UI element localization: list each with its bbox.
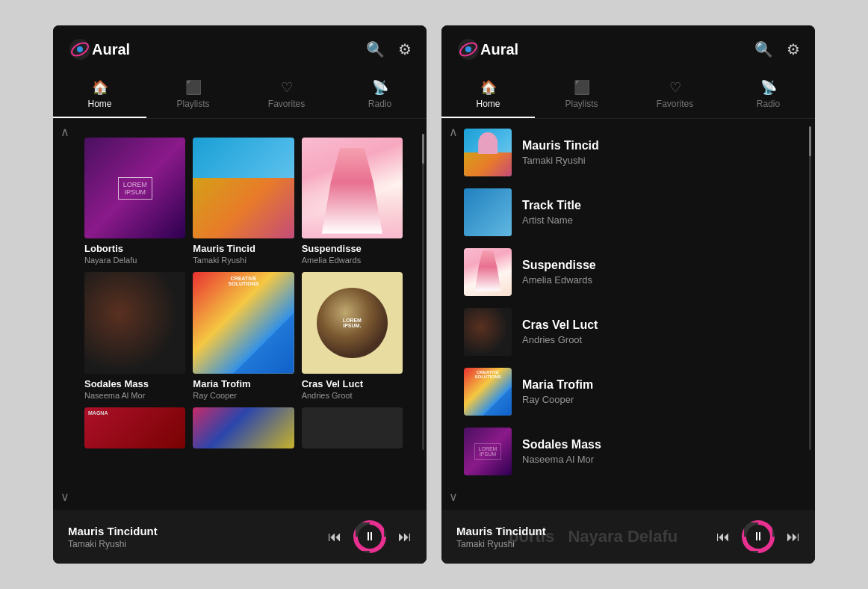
tab-radio-label-left: Radio: [368, 99, 391, 109]
player-controls-right: ⏮ ⏸ ⏭: [716, 520, 800, 553]
list-item-2[interactable]: Track Title Artist Name: [441, 182, 815, 242]
scroll-down-btn-right[interactable]: ∨: [449, 490, 458, 504]
search-icon-left[interactable]: 🔍: [366, 40, 385, 58]
grid-title-6: Cras Vel Luct: [302, 378, 403, 389]
grid-item-3[interactable]: Suspendisse Amelia Edwards: [302, 138, 403, 265]
header-icons-left: 🔍 ⚙: [366, 40, 412, 58]
list-item-4[interactable]: Cras Vel Luct Andries Groot: [441, 302, 815, 362]
grid-item-6[interactable]: LOREMIPSUM. Cras Vel Luct Andries Groot: [302, 272, 403, 399]
svg-point-5: [465, 46, 471, 52]
player-controls-left: ⏮ ⏸ ⏭: [328, 520, 412, 553]
tab-home-left[interactable]: 🏠 Home: [53, 73, 146, 118]
grid-item-9[interactable]: [302, 407, 403, 448]
thumb-partial-3: [302, 407, 403, 448]
grid-artist-4: Naseema Al Mor: [84, 391, 185, 400]
list-item-title-1: Mauris Tincid: [522, 139, 806, 152]
next-btn-right[interactable]: ⏭: [787, 529, 800, 545]
grid-item-8[interactable]: [193, 407, 294, 448]
tab-playlists-label-left: Playlists: [176, 99, 209, 109]
prev-btn-left[interactable]: ⏮: [328, 529, 341, 545]
thumb-partial-1: MAGNA: [84, 407, 185, 448]
list-item-6[interactable]: LOREMIPSUM Sodales Mass Naseema Al Mor: [441, 422, 815, 481]
tab-home-label-left: Home: [87, 99, 111, 109]
list-item-info-1: Mauris Tincid Tamaki Ryushi: [522, 139, 806, 166]
grid-partial-row: MAGNA: [84, 407, 403, 448]
list-item-info-2: Track Title Artist Name: [522, 199, 806, 226]
tab-favorites-right[interactable]: ♡ Favorites: [628, 73, 722, 118]
grid-item-7[interactable]: MAGNA: [84, 407, 185, 448]
scroll-up-btn-right[interactable]: ∧: [449, 125, 458, 139]
list-item-artist-5: Ray Cooper: [522, 394, 806, 405]
home-icon-left: 🏠: [92, 79, 108, 96]
list-item-artist-2: Artist Name: [522, 215, 806, 226]
grid-title-2: Mauris Tincid: [193, 243, 294, 254]
home-icon-right: 🏠: [480, 79, 497, 96]
grid-content-area: ∧ Lobortis Nayara Delafu Mauris Tincid T…: [53, 119, 427, 510]
grid-artist-6: Andries Groot: [302, 391, 403, 400]
list-item-info-5: Maria Trofim Ray Cooper: [522, 378, 806, 405]
grid-artist-5: Ray Cooper: [193, 391, 294, 400]
list-item-title-3: Suspendisse: [522, 259, 806, 272]
app-logo-right: [456, 37, 480, 61]
grid-title-3: Suspendisse: [302, 243, 403, 254]
thumb-partial-2: [193, 407, 294, 448]
radio-icon-left: 📡: [372, 79, 388, 96]
app-header-left: Aural 🔍 ⚙: [53, 25, 427, 73]
scroll-up-btn-left[interactable]: ∧: [61, 125, 69, 139]
list-item-title-2: Track Title: [522, 199, 806, 212]
list-thumb-4: [464, 308, 512, 356]
play-pause-btn-right[interactable]: ⏸: [742, 520, 775, 553]
list-item-3[interactable]: Suspendisse Amelia Edwards: [441, 242, 815, 302]
player-bar-right: bortis Nayara Delafu Mauris Tincidunt Ta…: [441, 510, 815, 564]
settings-icon-left[interactable]: ⚙: [398, 40, 412, 58]
tab-home-label-right: Home: [476, 99, 500, 109]
list-item-1[interactable]: Mauris Tincid Tamaki Ryushi: [441, 123, 815, 182]
list-item-artist-1: Tamaki Ryushi: [522, 155, 806, 166]
grid-title-1: Lobortis: [84, 243, 185, 254]
scroll-down-btn-left[interactable]: ∨: [61, 490, 69, 504]
list-item-info-3: Suspendisse Amelia Edwards: [522, 259, 806, 286]
grid-artist-2: Tamaki Ryushi: [193, 256, 294, 265]
nav-tabs-right: 🏠 Home ⬛ Playlists ♡ Favorites 📡 Radio: [441, 73, 815, 119]
app-logo-left: [68, 37, 92, 61]
thumb-mauris: [193, 138, 294, 238]
search-icon-right[interactable]: 🔍: [754, 40, 773, 58]
playlists-icon-right: ⬛: [574, 79, 590, 96]
thumb-lobortis: [84, 138, 185, 238]
svg-point-2: [77, 46, 83, 52]
grid-item-2[interactable]: Mauris Tincid Tamaki Ryushi: [193, 138, 294, 265]
grid-item-5[interactable]: CREATIVESOLUTIONS Maria Trofim Ray Coope…: [193, 272, 294, 399]
app-title-left: Aural: [92, 41, 366, 58]
playlists-icon-left: ⬛: [185, 79, 202, 96]
tab-favorites-left[interactable]: ♡ Favorites: [240, 73, 333, 118]
thumb-maria: CREATIVESOLUTIONS: [193, 272, 294, 373]
tab-home-right[interactable]: 🏠 Home: [441, 73, 535, 118]
tab-playlists-label-right: Playlists: [565, 99, 598, 109]
list-thumb-2: [464, 188, 512, 236]
list-item-info-4: Cras Vel Luct Andries Groot: [522, 318, 806, 345]
tab-favorites-label-left: Favorites: [268, 99, 305, 109]
settings-icon-right[interactable]: ⚙: [787, 40, 800, 58]
tab-radio-left[interactable]: 📡 Radio: [333, 73, 427, 118]
app-header-right: Aural 🔍 ⚙: [441, 25, 815, 73]
app-window-grid: Aural 🔍 ⚙ 🏠 Home ⬛ Playlists ♡ Favorites…: [53, 25, 427, 564]
list-item-artist-6: Naseema Al Mor: [522, 454, 806, 465]
grid-item-1[interactable]: Lobortis Nayara Delafu: [84, 138, 185, 265]
scrollbar-thumb-left: [422, 134, 424, 164]
header-icons-right: 🔍 ⚙: [754, 40, 800, 58]
favorites-icon-left: ♡: [281, 79, 293, 96]
list-item-info-6: Sodales Mass Naseema Al Mor: [522, 438, 806, 465]
list-item-5[interactable]: CREATIVESOLUTIONS Maria Trofim Ray Coope…: [441, 362, 815, 422]
grid-item-4[interactable]: Sodales Mass Naseema Al Mor: [84, 272, 185, 399]
thumb-suspendisse: [302, 138, 403, 238]
play-pause-btn-left[interactable]: ⏸: [353, 520, 386, 553]
grid-title-4: Sodales Mass: [84, 378, 185, 389]
app-title-right: Aural: [480, 41, 754, 58]
tab-radio-right[interactable]: 📡 Radio: [722, 73, 815, 118]
tab-playlists-left[interactable]: ⬛ Playlists: [146, 73, 240, 118]
prev-btn-right[interactable]: ⏮: [716, 529, 730, 545]
next-btn-left[interactable]: ⏭: [398, 529, 412, 545]
list-section: ∧ Mauris Tincid Tamaki Ryushi: [441, 119, 815, 510]
pause-icon-right: ⏸: [752, 530, 764, 543]
tab-playlists-right[interactable]: ⬛ Playlists: [535, 73, 628, 118]
